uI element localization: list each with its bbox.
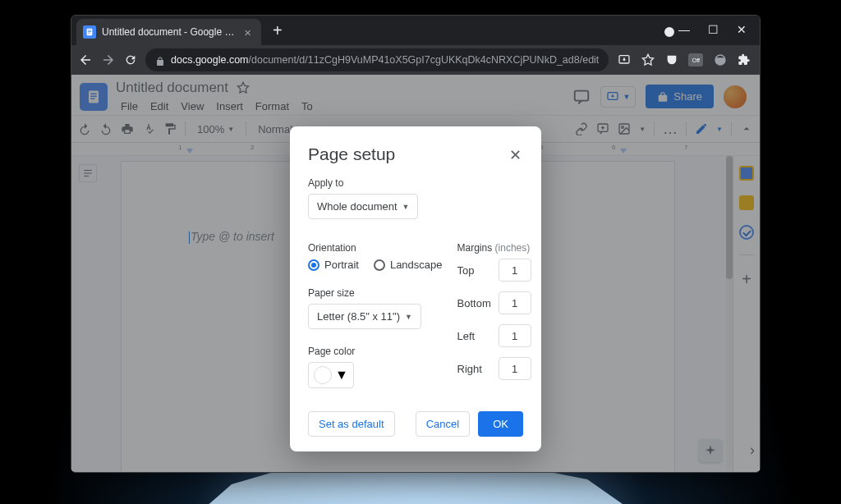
extension-badge-icon[interactable]: Off — [688, 53, 703, 66]
margins-label: Margins (inches) — [457, 242, 531, 254]
back-button[interactable] — [78, 53, 93, 67]
radio-unselected-icon — [374, 259, 385, 271]
dialog-close-icon[interactable]: ✕ — [508, 144, 523, 166]
caret-down-icon: ▼ — [402, 203, 410, 211]
forward-button[interactable] — [101, 53, 116, 67]
docs-favicon-icon — [83, 25, 96, 39]
new-tab-button[interactable]: + — [261, 21, 294, 45]
page-color-label: Page color — [308, 346, 443, 357]
page-setup-dialog: Page setup ✕ Apply to Whole document ▼ O… — [290, 126, 541, 451]
margin-left-label: Left — [457, 330, 476, 342]
svg-rect-2 — [88, 31, 91, 32]
svg-rect-3 — [88, 33, 90, 34]
apply-to-label: Apply to — [308, 177, 523, 189]
star-bookmark-icon[interactable] — [641, 53, 655, 67]
minimize-button[interactable]: ― — [670, 19, 698, 40]
apply-to-dropdown[interactable]: Whole document ▼ — [308, 194, 418, 219]
browser-window: ― ☐ ✕ Untitled document - Google Doc × +… — [71, 15, 761, 473]
browser-tab[interactable]: Untitled document - Google Doc × — [76, 19, 261, 45]
margin-right-label: Right — [457, 363, 482, 375]
svg-rect-1 — [88, 30, 91, 31]
caret-down-icon: ▼ — [405, 313, 412, 321]
caret-down-icon: ▼ — [335, 368, 348, 383]
lock-icon — [155, 55, 165, 65]
margin-top-input[interactable] — [499, 259, 531, 282]
url-field[interactable]: docs.google.com/document/d/11zCgH9VuMP41… — [145, 48, 609, 71]
page-color-dropdown[interactable]: ▼ — [308, 362, 354, 388]
tab-title: Untitled document - Google Doc — [102, 26, 237, 38]
reload-button[interactable] — [124, 53, 137, 67]
margin-bottom-input[interactable] — [499, 291, 531, 314]
extension-pocket-icon[interactable] — [664, 53, 678, 67]
page-color-swatch — [314, 366, 332, 384]
maximize-button[interactable]: ☐ — [700, 19, 727, 40]
margin-top-label: Top — [457, 264, 475, 277]
cancel-button[interactable]: Cancel — [416, 411, 470, 437]
margin-bottom-label: Bottom — [457, 297, 491, 309]
extensions-puzzle-icon[interactable] — [737, 53, 751, 67]
radio-selected-icon — [308, 259, 319, 271]
address-bar: docs.google.com/document/d/11zCgH9VuMP41… — [71, 45, 760, 75]
paper-size-label: Paper size — [308, 287, 443, 299]
ok-button[interactable]: OK — [478, 411, 523, 437]
dialog-title: Page setup — [308, 144, 395, 164]
margin-left-input[interactable] — [499, 324, 531, 347]
paper-size-dropdown[interactable]: Letter (8.5" x 11") ▼ — [308, 304, 421, 329]
close-window-button[interactable]: ✕ — [728, 19, 755, 40]
tab-strip: Untitled document - Google Doc × + — [71, 16, 760, 45]
window-controls: ― ☐ ✕ — [670, 19, 755, 40]
tab-close-icon[interactable]: × — [242, 25, 253, 39]
url-text: docs.google.com/document/d/11zCgH9VuMP41… — [171, 54, 599, 66]
install-app-icon[interactable] — [617, 53, 631, 67]
addr-right-icons: Off ⋮ — [617, 51, 761, 69]
extension-vpn-icon[interactable] — [713, 53, 727, 67]
orientation-portrait-radio[interactable]: Portrait — [308, 259, 359, 271]
orientation-label: Orientation — [308, 242, 443, 254]
set-as-default-button[interactable]: Set as default — [308, 411, 395, 437]
orientation-landscape-radio[interactable]: Landscape — [374, 259, 443, 271]
margin-right-input[interactable] — [499, 357, 531, 380]
